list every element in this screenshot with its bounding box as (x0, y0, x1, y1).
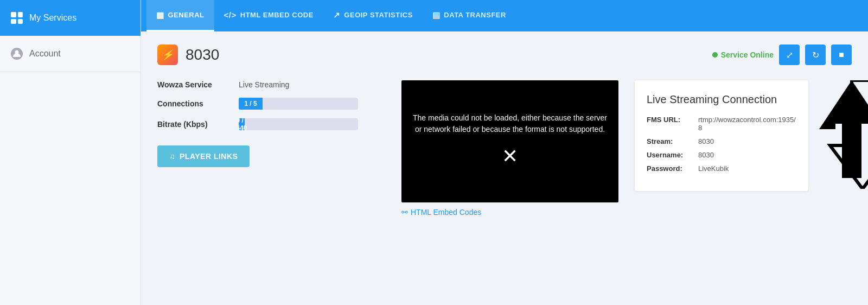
fms-url-value: rtmp://wowzacontrol.com:1935/8 (698, 116, 796, 132)
connections-label: Connections (157, 99, 239, 108)
stop-icon: ■ (839, 50, 844, 60)
info-left: Wowza Service Live Streaming Connections… (157, 80, 385, 167)
status-label: Service Online (721, 50, 774, 59)
svg-marker-3 (819, 80, 868, 129)
status-online: Service Online (712, 50, 774, 59)
tab-html-embed[interactable]: </> HTML EMBED CODE (214, 0, 323, 31)
service-name: 8030 (186, 46, 219, 63)
bitrate-progress: 0 / 640 (239, 118, 358, 130)
video-player: The media could not be loaded, either be… (401, 80, 618, 202)
grid-icon (11, 12, 23, 24)
refresh-button[interactable]: ↻ (805, 45, 826, 65)
wowza-service-value: Live Streaming (239, 80, 289, 89)
fms-url-row: FMS URL: rtmp://wowzacontrol.com:1935/8 (647, 116, 796, 132)
sidebar: My Services Account (0, 0, 141, 305)
share-button[interactable]: ⤢ (779, 45, 800, 65)
bitrate-row: Bitrate (Kbps) 0 / 640 (157, 118, 385, 130)
error-x-symbol: ✕ (412, 142, 608, 171)
service-status: Service Online ⤢ ↻ ■ (712, 45, 852, 65)
person-icon (11, 48, 23, 60)
password-row: Password: LiveKubik (647, 164, 796, 173)
share-icon: ⤢ (786, 50, 793, 60)
fms-url-label: FMS URL: (647, 116, 698, 132)
connection-title: Live Streaming Connection (647, 93, 796, 106)
main-content: ▦ GENERAL </> HTML EMBED CODE ↗ GEOIP ST… (141, 0, 868, 305)
info-grid: Wowza Service Live Streaming Connections… (157, 80, 852, 217)
password-value: LiveKubik (698, 164, 729, 173)
connections-fill: 1 / 5 (239, 98, 263, 110)
video-area: The media could not be loaded, either be… (401, 80, 618, 217)
bitrate-fill: 0 / 640 (239, 118, 245, 130)
service-title: ⚡ 8030 (157, 45, 219, 65)
username-value: 8030 (698, 151, 714, 159)
stream-row: Stream: 8030 (647, 137, 796, 145)
right-section: Live Streaming Connection FMS URL: rtmp:… (635, 80, 868, 191)
username-label: Username: (647, 151, 698, 159)
username-row: Username: 8030 (647, 151, 796, 159)
html-icon: </> (224, 10, 237, 20)
stream-value: 8030 (698, 137, 714, 145)
data-icon: ▤ (432, 10, 441, 20)
wowza-logo: ⚡ (157, 45, 178, 65)
svg-rect-2 (842, 124, 861, 178)
connection-box: Live Streaming Connection FMS URL: rtmp:… (635, 80, 808, 191)
geoip-icon: ↗ (333, 10, 341, 20)
sidebar-item-my-services[interactable]: My Services (0, 0, 141, 36)
html-embed-link[interactable]: ⚯ HTML Embed Codes (401, 208, 618, 217)
upward-arrow-icon (808, 80, 868, 183)
bitrate-label: Bitrate (Kbps) (157, 120, 239, 129)
stream-label: Stream: (647, 137, 698, 145)
wowza-service-row: Wowza Service Live Streaming (157, 80, 385, 89)
music-icon: ♫ (169, 152, 175, 161)
general-icon: ▦ (156, 10, 164, 20)
account-label: Account (29, 49, 61, 59)
status-dot (712, 52, 718, 58)
arrow-annotation (808, 80, 868, 178)
sidebar-item-account[interactable]: Account (0, 36, 141, 72)
tab-geoip[interactable]: ↗ GEOIP STATISTICS (323, 0, 423, 31)
tab-bar: ▦ GENERAL </> HTML EMBED CODE ↗ GEOIP ST… (141, 0, 868, 31)
password-label: Password: (647, 164, 698, 173)
wowza-service-label: Wowza Service (157, 80, 239, 89)
connections-progress: 1 / 5 (239, 98, 358, 110)
stop-button[interactable]: ■ (831, 45, 852, 65)
my-services-label: My Services (29, 13, 76, 23)
content-area: ⚡ 8030 Service Online ⤢ ↻ ■ (141, 31, 868, 305)
link-icon: ⚯ (401, 208, 408, 217)
tab-general[interactable]: ▦ GENERAL (146, 0, 214, 31)
player-links-button[interactable]: ♫ PLAYER LINKS (157, 145, 250, 167)
video-error-text: The media could not be loaded, either be… (412, 112, 608, 171)
service-header: ⚡ 8030 Service Online ⤢ ↻ ■ (157, 45, 852, 65)
tab-data-transfer[interactable]: ▤ DATA TRANSFER (423, 0, 516, 31)
connections-row: Connections 1 / 5 (157, 98, 385, 110)
refresh-icon: ↻ (812, 50, 819, 60)
